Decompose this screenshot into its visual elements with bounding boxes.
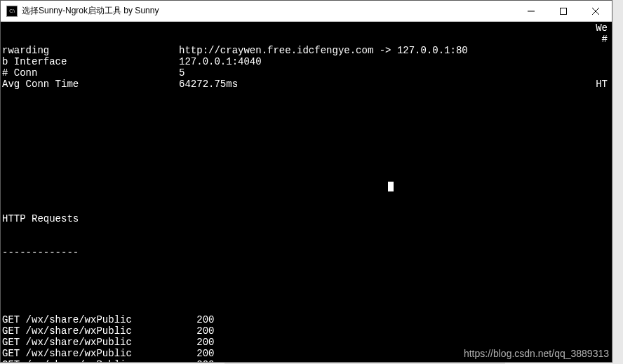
requests-block: GET /wx/share/wxPublic 200GET /wx/share/…	[2, 314, 610, 362]
status-line: rwarding http://craywen.free.idcfengye.c…	[2, 45, 610, 56]
window-title: 选择Sunny-Ngrok启动工具 by Sunny	[22, 5, 515, 17]
app-window: C:\ 选择Sunny-Ngrok启动工具 by Sunny rwarding …	[0, 0, 612, 363]
status-block: rwarding http://craywen.free.idcfengye.c…	[2, 45, 610, 90]
minimize-button[interactable]	[515, 1, 547, 21]
maximize-button[interactable]	[547, 1, 580, 21]
right-fragment	[596, 67, 608, 79]
request-line: GET /wx/share/wxPublic 200	[2, 359, 610, 362]
status-line: Avg Conn Time 64272.75ms	[2, 79, 610, 90]
minimize-icon	[528, 8, 535, 15]
right-edge-text: We# HT	[596, 22, 608, 90]
svg-rect-1	[561, 8, 567, 14]
section-title: HTTP Requests	[2, 213, 610, 224]
blank-line	[2, 112, 610, 123]
request-line: GET /wx/share/wxPublic 200	[2, 348, 610, 359]
console-output[interactable]: rwarding http://craywen.free.idcfengye.c…	[1, 22, 612, 362]
separator: -------------	[2, 247, 610, 258]
status-line: # Conn 5	[2, 67, 610, 79]
titlebar[interactable]: C:\ 选择Sunny-Ngrok启动工具 by Sunny	[1, 1, 612, 22]
request-line: GET /wx/share/wxPublic 200	[2, 337, 610, 348]
window-controls	[515, 1, 612, 21]
right-fragment: We	[596, 22, 608, 34]
blank-line	[2, 281, 610, 292]
app-icon: C:\	[6, 6, 18, 17]
right-fragment	[596, 56, 608, 67]
request-line: GET /wx/share/wxPublic 200	[2, 325, 610, 337]
request-line: GET /wx/share/wxPublic 200	[2, 314, 610, 325]
close-icon	[592, 8, 599, 15]
background-strip	[612, 0, 623, 364]
right-fragment: HT	[596, 79, 608, 90]
blank-line	[2, 146, 610, 157]
maximize-icon	[560, 8, 567, 15]
right-fragment	[596, 45, 608, 56]
blank-line	[2, 180, 610, 191]
text-cursor	[388, 182, 394, 191]
right-fragment: #	[596, 34, 608, 45]
status-line: b Interface 127.0.0.1:4040	[2, 56, 610, 67]
close-button[interactable]	[580, 1, 612, 21]
